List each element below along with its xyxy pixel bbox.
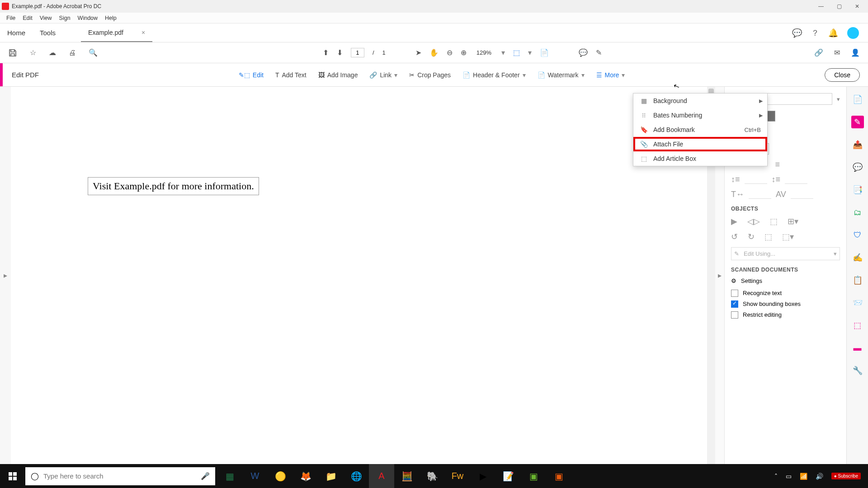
more-button[interactable]: ☰More▾ xyxy=(596,71,625,79)
zoom-out-icon[interactable]: ⊖ xyxy=(447,48,453,57)
zoom-value[interactable]: 129% xyxy=(475,48,493,57)
bell-icon[interactable]: 🔔 xyxy=(828,28,838,38)
taskbar-excel[interactable]: ▦ xyxy=(217,464,242,488)
paragraph-spacing-icon[interactable]: ↕≡ xyxy=(772,175,781,184)
tab-document[interactable]: Example.pdf × xyxy=(81,23,152,42)
menu-item-bates-numbering[interactable]: ⁝⁝ Bates Numbering ▶ xyxy=(633,108,767,122)
chevron-down-icon[interactable]: ▾ xyxy=(837,96,840,103)
menu-item-background[interactable]: ▦ Background ▶ xyxy=(633,94,767,108)
taskbar-word[interactable]: W xyxy=(242,464,268,488)
search-icon[interactable]: 🔍 xyxy=(89,48,98,57)
rail-protect-icon[interactable]: 🛡 xyxy=(851,229,864,241)
tab-close-icon[interactable]: × xyxy=(142,29,145,36)
rail-prepare-form-icon[interactable]: 📋 xyxy=(851,274,864,286)
add-image-button[interactable]: 🖼Add Image xyxy=(318,71,358,79)
mirror-icon[interactable]: ◁▷ xyxy=(747,216,760,226)
taskbar-media-player[interactable]: ▶ xyxy=(470,464,495,488)
tray-wifi-icon[interactable]: 📶 xyxy=(800,473,807,480)
add-text-button[interactable]: TAdd Text xyxy=(275,71,307,79)
document-text-box[interactable]: Visit Example.pdf for more information. xyxy=(88,177,259,195)
menu-help[interactable]: Help xyxy=(101,14,120,22)
menu-edit[interactable]: Edit xyxy=(19,14,36,22)
flip-horizontal-icon[interactable]: ▶ xyxy=(731,216,737,226)
rail-send-icon[interactable]: 📨 xyxy=(851,296,864,309)
align-justify-icon[interactable]: ≡ xyxy=(775,160,780,169)
rail-comment-icon[interactable]: 💬 xyxy=(851,161,864,174)
tab-home[interactable]: Home xyxy=(0,23,33,42)
rail-fill-sign-icon[interactable]: ✍ xyxy=(851,251,864,264)
email-icon[interactable]: ✉ xyxy=(834,48,840,57)
rail-compare-icon[interactable]: ⬚ xyxy=(851,319,864,332)
settings-button[interactable]: ⚙ Settings xyxy=(731,277,840,284)
watermark-button[interactable]: 📄Watermark▾ xyxy=(538,71,585,79)
line-spacing-input[interactable] xyxy=(745,175,767,184)
rotate-cw-icon[interactable]: ↻ xyxy=(748,232,755,242)
link-button[interactable]: 🔗Link▾ xyxy=(369,71,397,79)
taskbar-evernote[interactable]: 🐘 xyxy=(420,464,445,488)
print-icon[interactable]: 🖨 xyxy=(69,49,76,57)
arrange-icon[interactable]: ⬚▾ xyxy=(782,232,794,242)
left-panel-expand[interactable]: ▸ xyxy=(0,87,11,464)
rail-redact-icon[interactable]: ▬ xyxy=(851,342,864,354)
rail-edit-pdf-icon[interactable]: ✎ xyxy=(851,116,864,128)
tray-chevron-up-icon[interactable]: ˄ xyxy=(774,473,778,480)
star-icon[interactable]: ☆ xyxy=(30,48,36,57)
rail-more-tools-icon[interactable]: 🔧 xyxy=(851,364,864,377)
page-down-icon[interactable]: ⬇ xyxy=(337,48,343,57)
highlight-icon[interactable]: ✎ xyxy=(596,48,602,57)
taskbar-calculator[interactable]: 🧮 xyxy=(394,464,420,488)
close-edit-button[interactable]: Close xyxy=(825,68,860,82)
fit-width-icon[interactable]: ⬚ xyxy=(513,48,520,57)
horizontal-scale-icon[interactable]: T↔ xyxy=(731,190,744,199)
cloud-icon[interactable]: ☁ xyxy=(49,48,56,57)
rail-export-pdf-icon[interactable]: 📤 xyxy=(851,138,864,151)
menu-item-attach-file[interactable]: 📎 Attach File xyxy=(633,137,767,151)
comment-icon[interactable]: 💬 xyxy=(579,48,588,57)
menu-sign[interactable]: Sign xyxy=(56,14,74,22)
replace-image-icon[interactable]: ⬚ xyxy=(764,232,772,242)
page-display-icon[interactable]: 📄 xyxy=(540,48,549,57)
taskbar-fireworks[interactable]: Fw xyxy=(445,464,470,488)
maximize-button[interactable]: ▢ xyxy=(830,0,848,13)
share-user-icon[interactable]: 👤 xyxy=(851,48,860,57)
tray-volume-icon[interactable]: 🔊 xyxy=(816,473,823,480)
header-footer-button[interactable]: 📄Header & Footer▾ xyxy=(462,71,526,79)
minimize-button[interactable]: — xyxy=(812,0,830,13)
restrict-editing-checkbox[interactable] xyxy=(731,311,738,319)
start-button[interactable] xyxy=(0,464,25,488)
taskbar-edge[interactable]: 🌐 xyxy=(344,464,369,488)
tab-tools[interactable]: Tools xyxy=(33,23,63,42)
horizontal-scale-input[interactable] xyxy=(749,190,771,199)
hand-icon[interactable]: ✋ xyxy=(429,48,439,57)
taskbar-file-explorer[interactable]: 📁 xyxy=(318,464,344,488)
taskbar-search[interactable]: ◯ 🎤 xyxy=(25,467,215,485)
page-number-input[interactable] xyxy=(351,48,364,57)
menu-view[interactable]: View xyxy=(36,14,56,22)
help-icon[interactable]: ？ xyxy=(811,28,819,38)
page-canvas[interactable]: Visit Example.pdf for more information. xyxy=(11,87,707,464)
subscribe-badge[interactable]: ● Subscribe xyxy=(831,473,861,479)
taskbar-firefox[interactable]: 🦊 xyxy=(293,464,318,488)
recognize-text-checkbox[interactable] xyxy=(731,290,738,297)
char-spacing-icon[interactable]: AV xyxy=(776,190,786,199)
paragraph-spacing-input[interactable] xyxy=(785,175,807,184)
show-bounding-boxes-checkbox[interactable] xyxy=(731,300,738,308)
tray-battery-icon[interactable]: ▭ xyxy=(786,473,792,480)
edit-using-dropdown[interactable]: ✎ Edit Using... ▾ xyxy=(731,247,840,260)
edit-button[interactable]: ✎⬚Edit xyxy=(239,71,264,79)
menu-file[interactable]: File xyxy=(3,14,19,22)
taskbar-acrobat[interactable]: A xyxy=(369,464,394,488)
page-up-icon[interactable]: ⬆ xyxy=(323,48,329,57)
user-avatar[interactable] xyxy=(847,27,859,39)
close-window-button[interactable]: ✕ xyxy=(848,0,866,13)
menu-window[interactable]: Window xyxy=(74,14,101,22)
menu-item-add-bookmark[interactable]: 🔖 Add Bookmark Ctrl+B xyxy=(633,122,767,137)
line-spacing-icon[interactable]: ↕≡ xyxy=(731,175,740,184)
taskbar-chrome[interactable]: 🟡 xyxy=(268,464,293,488)
mic-icon[interactable]: 🎤 xyxy=(201,472,210,480)
crop-pages-button[interactable]: ✂Crop Pages xyxy=(409,71,451,79)
align-objects-icon[interactable]: ⊞▾ xyxy=(788,216,798,226)
char-spacing-input[interactable] xyxy=(791,190,813,199)
menu-item-add-article-box[interactable]: ⬚ Add Article Box xyxy=(633,151,767,166)
taskbar-search-input[interactable] xyxy=(43,472,196,480)
